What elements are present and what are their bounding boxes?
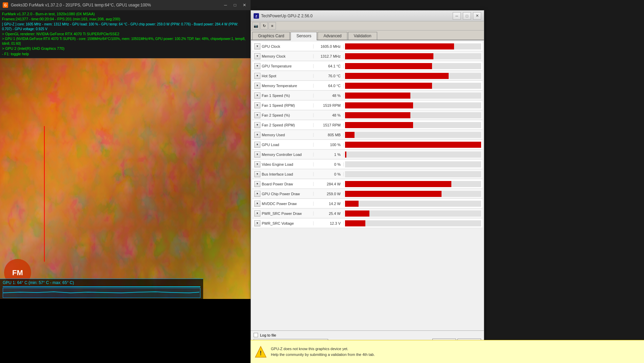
sensor-name: ▼ GPU Temperature [252, 63, 313, 69]
sensor-value-13: 0 % [313, 172, 344, 176]
sensor-dropdown-4[interactable]: ▼ [254, 83, 260, 89]
sensor-value-3: 76.0 °C [313, 74, 344, 78]
sensor-value-16: 14.2 W [313, 202, 344, 206]
sensor-dropdown-16[interactable]: ▼ [254, 201, 260, 207]
sensor-dropdown-12[interactable]: ▼ [254, 161, 260, 167]
sensor-value-17: 25.4 W [313, 211, 344, 216]
warning-icon: ! [255, 346, 267, 358]
camera-button[interactable]: 📷 [252, 22, 260, 29]
sensor-bar-16 [345, 201, 359, 207]
tab-advanced[interactable]: Advanced [318, 32, 347, 40]
tab-sensors[interactable]: Sensors [291, 32, 317, 40]
sensor-name: ▼ Fan 2 Speed (%) [252, 112, 313, 118]
sensor-row: ▼ Fan 2 Speed (RPM) 1517 RPM [252, 120, 482, 130]
svg-text:!: ! [260, 350, 262, 357]
sensor-bar-container-6 [345, 102, 481, 108]
sensor-bar-10 [345, 142, 481, 148]
sensor-dropdown-8[interactable]: ▼ [254, 122, 260, 128]
sensor-row: ▼ Memory Temperature 64.0 °C [252, 81, 482, 90]
sensor-dropdown-17[interactable]: ▼ [254, 210, 260, 217]
furmark-visual [0, 58, 251, 299]
sensor-dropdown-14[interactable]: ▼ [254, 181, 260, 187]
tab-validation[interactable]: Validation [348, 32, 377, 40]
sensor-row: ▼ PWR_SRC Power Draw 25.4 W [252, 209, 482, 218]
sensor-bar-container-8 [345, 122, 481, 128]
sensor-bar-container-11 [345, 152, 481, 158]
sensor-name: ▼ Fan 1 Speed (%) [252, 93, 313, 99]
maximize-button[interactable]: □ [232, 2, 238, 8]
sensor-name: ▼ GPU Chip Power Draw [252, 191, 313, 197]
sensor-row: ▼ MVDDC Power Draw 14.2 W [252, 199, 482, 208]
sensor-bar-container-18 [345, 220, 481, 226]
sensor-row: ▼ Memory Controller Load 1 % [252, 150, 482, 159]
gpuz-tabs: Graphics Card Sensors Advanced Validatio… [251, 31, 484, 40]
sensor-dropdown-6[interactable]: ▼ [254, 102, 260, 108]
sensor-value-12: 0 % [313, 162, 344, 166]
sensor-name: ▼ Memory Temperature [252, 83, 313, 89]
furmark-info-line-5: > GPU 1 (NVIDIA GeForce RTX 4070 Ti SUPE… [2, 37, 249, 46]
sensor-dropdown-9[interactable]: ▼ [254, 132, 260, 138]
sensor-row: ▼ Video Engine Load 0 % [252, 160, 482, 169]
gpuz-toolbar: 📷 ↻ ≡ [251, 21, 484, 31]
sensor-dropdown-18[interactable]: ▼ [254, 220, 260, 226]
sensor-bar-container-3 [345, 73, 481, 79]
sensor-bar-14 [345, 181, 451, 187]
sensor-name: ▼ Bus Interface Load [252, 171, 313, 177]
svg-text:FM: FM [12, 268, 23, 277]
sensor-name: ▼ Video Engine Load [252, 161, 313, 167]
sensor-name: ▼ Fan 2 Speed (RPM) [252, 122, 313, 128]
sensor-row: ▼ PWR_SRC Voltage 12.3 V [252, 219, 482, 228]
sensor-row: ▼ Memory Clock 1312.7 MHz [252, 52, 482, 61]
sensor-row: ▼ Memory Used 805 MB [252, 130, 482, 140]
sensor-dropdown-3[interactable]: ▼ [254, 73, 260, 79]
temp-graph-svg [3, 288, 199, 298]
sensor-value-18: 12.3 V [313, 221, 344, 225]
sensor-name: ▼ PWR_SRC Voltage [252, 220, 313, 226]
menu-button[interactable]: ≡ [269, 22, 276, 29]
tab-graphics-card[interactable]: Graphics Card [252, 32, 290, 40]
sensor-name: ▼ MVDDC Power Draw [252, 201, 313, 207]
sensor-bar-container-9 [345, 132, 481, 138]
gpuz-maximize-button[interactable]: □ [463, 12, 471, 20]
sensor-row: ▼ Board Power Draw 284.4 W [252, 179, 482, 189]
sensor-bar-15 [345, 191, 442, 197]
furmark-info-line-2: Frames:241377 - time:00:20:04 - FPS:201 … [2, 17, 249, 22]
sensor-row: ▼ GPU Chip Power Draw 259.0 W [252, 189, 482, 199]
log-checkbox[interactable] [254, 333, 258, 337]
sensor-row: ▼ GPU Load 100 % [252, 140, 482, 149]
sensor-dropdown-2[interactable]: ▼ [254, 63, 260, 69]
minimize-button[interactable]: ─ [222, 2, 229, 8]
refresh-button[interactable]: ↻ [260, 22, 268, 29]
sensor-dropdown-1[interactable]: ▼ [254, 53, 260, 59]
sensor-dropdown-10[interactable]: ▼ [254, 142, 260, 148]
sensor-dropdown-7[interactable]: ▼ [254, 112, 260, 118]
sensor-row: ▼ Hot Spot 76.0 °C [252, 71, 482, 81]
furmark-titlebar: G Geeks3D FurMark v1.37.2.0 - 201FPS, GP… [0, 0, 251, 10]
furmark-info-line-7: - F1: toggle help [2, 52, 249, 57]
sensor-name: ▼ GPU Clock [252, 43, 313, 49]
gpuz-minimize-button[interactable]: ─ [453, 12, 461, 20]
sensor-bar-container-7 [345, 112, 481, 118]
gpuz-titlebar: Z TechPowerUp GPU-Z 2.56.0 ─ □ ✕ [251, 11, 484, 21]
gpuz-close-button[interactable]: ✕ [473, 12, 481, 20]
sensor-dropdown-11[interactable]: ▼ [254, 152, 260, 158]
sensor-bar-17 [345, 210, 369, 217]
gpu-temp-graph [3, 288, 200, 298]
log-row: Log to file [254, 333, 481, 337]
sensor-dropdown-15[interactable]: ▼ [254, 191, 260, 197]
sensor-bar-container-13 [345, 171, 481, 177]
sensor-dropdown-0[interactable]: ▼ [254, 43, 260, 49]
sensor-value-1: 1312.7 MHz [313, 54, 344, 58]
sensor-value-6: 1519 RPM [313, 103, 344, 107]
sensor-bar-2 [345, 63, 432, 69]
sensor-name: ▼ PWR_SRC Power Draw [252, 210, 313, 217]
sensor-bar-container-12 [345, 161, 481, 167]
furmark-canvas: FM GPU 1: 64° C (min: 57° C - max: 65° C… [0, 58, 251, 299]
gpuz-window: Z TechPowerUp GPU-Z 2.56.0 ─ □ ✕ 📷 ↻ ≡ G… [251, 10, 484, 349]
close-button[interactable]: ✕ [241, 2, 248, 8]
sensor-dropdown-13[interactable]: ▼ [254, 171, 260, 177]
sensor-dropdown-5[interactable]: ▼ [254, 93, 260, 99]
sensor-bar-11 [345, 152, 346, 158]
furmark-info-line-6: > GPU 2 (Intel(R) UHD Graphics 770) [2, 46, 249, 51]
sensor-row: ▼ Bus Interface Load 0 % [252, 169, 482, 179]
